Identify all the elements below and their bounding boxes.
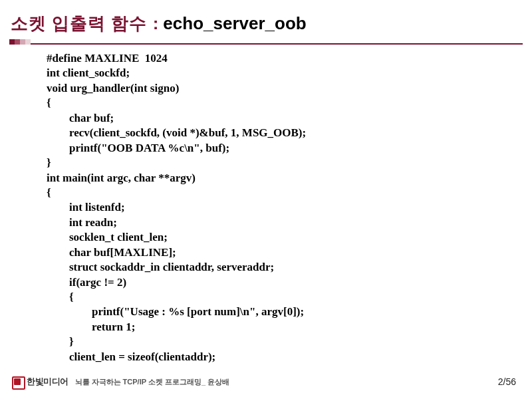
footer-subtitle: 뇌를 자극하는 TCP/IP 소켓 프로그래밍_ 윤상배 (75, 377, 230, 387)
accent-squares (9, 39, 31, 45)
accent-square-icon (20, 39, 25, 45)
publisher-logo: 한빛미디어 (11, 375, 68, 388)
logo-mark-icon (11, 375, 24, 388)
slide-footer: 한빛미디어 뇌를 자극하는 TCP/IP 소켓 프로그래밍_ 윤상배 2/56 (0, 375, 532, 388)
horizontal-rule (31, 43, 523, 45)
accent-square-icon (9, 39, 15, 45)
title-english: echo_server_oob (163, 13, 306, 34)
publisher-name: 한빛미디어 (27, 376, 68, 388)
slide-title: 소켓 입출력 함수 : echo_server_oob (9, 12, 523, 35)
title-underline (9, 39, 523, 45)
accent-square-icon (15, 39, 20, 45)
code-listing: #define MAXLINE 1024 int client_sockfd; … (47, 51, 523, 364)
accent-square-icon (25, 39, 31, 45)
page-number: 2/56 (498, 376, 516, 387)
footer-left: 한빛미디어 뇌를 자극하는 TCP/IP 소켓 프로그래밍_ 윤상배 (11, 375, 229, 388)
title-korean: 소켓 입출력 함수 : (11, 12, 159, 35)
slide: 소켓 입출력 함수 : echo_server_oob #define MAXL… (0, 0, 532, 399)
